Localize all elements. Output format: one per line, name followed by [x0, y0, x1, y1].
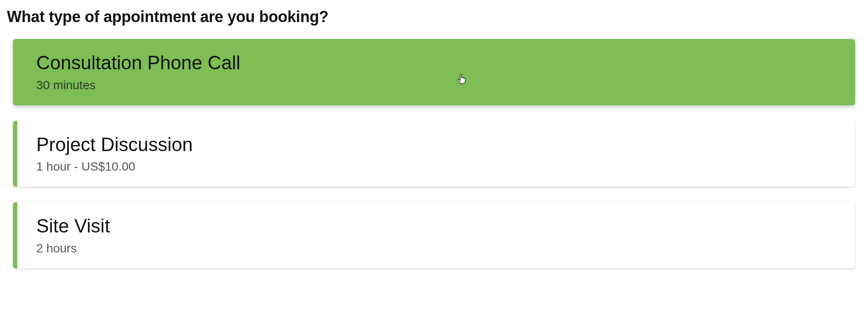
option-title: Consultation Phone Call	[36, 52, 836, 74]
appointment-option-site-visit[interactable]: Site Visit 2 hours	[13, 202, 855, 268]
option-meta: 2 hours	[36, 242, 836, 255]
option-title: Site Visit	[36, 215, 836, 237]
option-meta: 1 hour - US$10.00	[36, 160, 836, 174]
appointment-options-list: Consultation Phone Call 30 minutes Proje…	[7, 39, 861, 268]
appointment-type-form: What type of appointment are you booking…	[7, 8, 861, 268]
option-meta: 30 minutes	[36, 78, 836, 92]
option-title: Project Discussion	[36, 134, 836, 156]
appointment-option-consultation-phone-call[interactable]: Consultation Phone Call 30 minutes	[13, 39, 855, 105]
appointment-option-project-discussion[interactable]: Project Discussion 1 hour - US$10.00	[13, 121, 855, 187]
form-heading: What type of appointment are you booking…	[7, 8, 861, 26]
